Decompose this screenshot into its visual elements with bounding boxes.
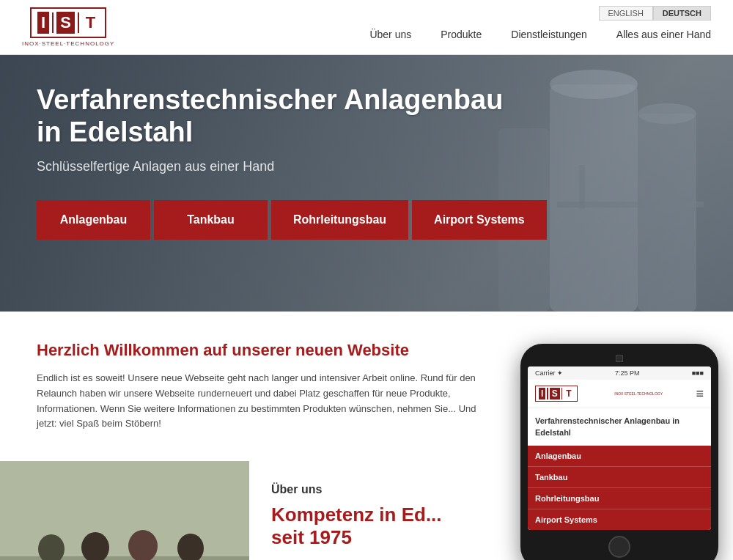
phone-logo-subtitle: INOX·STEEL·TECHNOLOGY — [614, 391, 663, 396]
phone-logo-subtext-area: INOX·STEEL·TECHNOLOGY — [614, 391, 663, 396]
phone-btn-airport-systems[interactable]: Airport Systems — [528, 509, 711, 530]
nav-dienstleistungen[interactable]: Dienstleistungen — [511, 29, 587, 40]
phone-carrier: Carrier ✦ — [535, 369, 563, 377]
welcome-title: Herzlich Willkommen auf unserer neuen We… — [37, 341, 476, 360]
phone-logo-s: S — [550, 388, 560, 399]
svg-rect-9 — [0, 556, 249, 560]
logo-letter-i: I — [37, 12, 49, 34]
phone-screen: Carrier ✦ 7:25 PM ■■■ I S T — [528, 366, 711, 530]
hero-title: Verfahrenstechnischer Anlagenbauin Edels… — [37, 84, 696, 148]
nav-alles[interactable]: Alles aus einer Hand — [616, 29, 711, 40]
hero-btn-rohrleitungsbau[interactable]: Rohrleitungsbau — [271, 200, 408, 240]
hero-buttons: Anlagenbau Tankbau Rohrleitungsbau Airpo… — [37, 200, 696, 240]
phone-camera — [616, 355, 623, 362]
lang-english-button[interactable]: ENGLISH — [599, 6, 653, 21]
logo-divider — [52, 12, 54, 33]
hero-subtitle: Schlüsselfertige Anlagen aus einer Hand — [37, 159, 696, 174]
nav-ueber-uns[interactable]: Über uns — [369, 29, 411, 40]
hero-section: Verfahrenstechnischer Anlagenbauin Edels… — [0, 55, 733, 312]
lang-deutsch-button[interactable]: DEUTSCH — [653, 6, 711, 21]
hero-btn-tankbau[interactable]: Tankbau — [154, 200, 268, 240]
phone-home-button[interactable] — [608, 536, 630, 558]
welcome-text: Endlich ist es soweit! Unsere neue Webse… — [37, 371, 476, 432]
phone-mockup-container: Carrier ✦ 7:25 PM ■■■ I S T — [520, 344, 718, 560]
phone-home-area — [528, 536, 711, 558]
site-header: I S T INOX·STEEL·TECHNOLOGY Über uns Pro… — [0, 0, 733, 55]
hero-content: Verfahrenstechnischer Anlagenbauin Edels… — [0, 55, 733, 269]
phone-logo-i: I — [539, 388, 545, 399]
phone-header: I S T INOX·STEEL·TECHNOLOGY ≡ — [528, 380, 711, 408]
welcome-section: Herzlich Willkommen auf unserer neuen We… — [0, 312, 513, 461]
hero-btn-airport-systems[interactable]: Airport Systems — [412, 200, 547, 240]
language-switcher: ENGLISH DEUTSCH — [599, 6, 711, 21]
main-nav: Über uns Produkte Dienstleistungen Alles… — [369, 29, 711, 40]
phone-btn-rohrleitungsbau[interactable]: Rohrleitungsbau — [528, 488, 711, 509]
phone-logo-divider2 — [561, 388, 563, 399]
phone-logo-divider — [547, 388, 548, 399]
about-illustration: IST — [0, 461, 249, 560]
phone-hero-text: Verfahrenstechnischer Anlagenbau in Edel… — [528, 408, 711, 446]
phone-logo: I S T — [535, 386, 578, 402]
logo-subtitle: INOX·STEEL·TECHNOLOGY — [22, 40, 114, 47]
hero-btn-anlagenbau[interactable]: Anlagenbau — [37, 200, 150, 240]
logo-box: I S T — [30, 7, 106, 38]
phone-btn-tankbau[interactable]: Tankbau — [528, 467, 711, 488]
phone-camera-area — [528, 355, 711, 362]
content-area: Herzlich Willkommen auf unserer neuen We… — [0, 312, 733, 560]
about-image: IST — [0, 461, 249, 560]
logo[interactable]: I S T INOX·STEEL·TECHNOLOGY — [22, 7, 114, 47]
svg-rect-8 — [0, 461, 249, 560]
logo-letter-t: T — [82, 12, 99, 34]
phone-logo-t: T — [564, 388, 573, 399]
lower-section: IST Über uns Kompetenz in Ed...seit 1975… — [0, 461, 733, 560]
phone-btn-anlagenbau[interactable]: Anlagenbau — [528, 446, 711, 467]
phone-battery: ■■■ — [692, 369, 704, 377]
hamburger-icon[interactable]: ≡ — [696, 386, 704, 402]
phone-status-bar: Carrier ✦ 7:25 PM ■■■ — [528, 366, 711, 380]
logo-divider2 — [78, 12, 79, 33]
nav-produkte[interactable]: Produkte — [441, 29, 482, 40]
phone-device: Carrier ✦ 7:25 PM ■■■ I S T — [520, 344, 718, 560]
phone-time: 7:25 PM — [615, 369, 640, 377]
logo-letter-s: S — [56, 12, 75, 34]
